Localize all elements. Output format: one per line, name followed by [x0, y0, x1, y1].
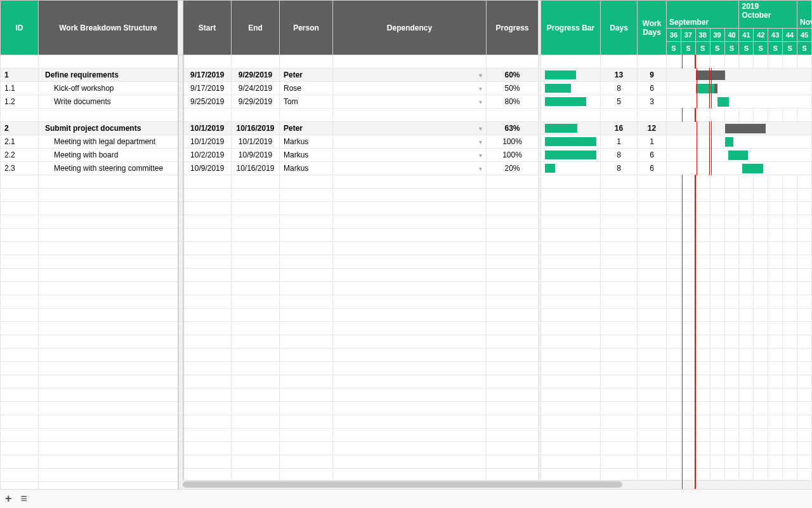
cell-id[interactable]: 1: [1, 69, 39, 82]
gantt-bar[interactable]: [714, 70, 725, 80]
cell-workdays[interactable]: 1: [638, 135, 667, 149]
cell-dependency[interactable]: ▾: [333, 162, 487, 175]
cell-start[interactable]: 9/17/2019: [183, 82, 232, 95]
cell-progress-bar[interactable]: [541, 69, 601, 82]
table-row[interactable]: 2.3Meeting with steering committee10/9/2…: [1, 162, 812, 175]
cell-wbs[interactable]: Submit project documents: [39, 122, 178, 135]
cell-start[interactable]: 9/25/2019: [183, 95, 232, 109]
table-row[interactable]: 2Submit project documents10/1/201910/16/…: [1, 122, 812, 135]
cell-dependency[interactable]: ▾: [333, 69, 487, 82]
cell-person[interactable]: Markus: [280, 162, 333, 175]
dropdown-icon[interactable]: ▾: [479, 85, 482, 92]
cell-end[interactable]: 10/16/2019: [232, 162, 280, 175]
col-person[interactable]: Person: [280, 1, 333, 55]
dropdown-icon[interactable]: ▾: [479, 72, 482, 79]
col-work-days[interactable]: Work Days: [638, 1, 667, 55]
cell-workdays[interactable]: 6: [638, 162, 667, 175]
gantt-bar[interactable]: [742, 164, 763, 173]
cell-wbs[interactable]: Write documents: [39, 95, 178, 109]
cell-progress-bar[interactable]: [541, 82, 601, 95]
cell-days[interactable]: 16: [601, 122, 638, 135]
cell-days[interactable]: 5: [601, 95, 638, 109]
cell-days[interactable]: 8: [601, 149, 638, 162]
gantt-bar[interactable]: [725, 124, 754, 133]
cell-dependency[interactable]: ▾: [333, 95, 487, 109]
table-row-empty[interactable]: [1, 322, 812, 335]
table-row-empty[interactable]: [1, 189, 812, 202]
horizontal-scrollbar[interactable]: [183, 480, 811, 489]
cell-end[interactable]: 10/9/2019: [232, 149, 280, 162]
cell-wbs[interactable]: Meeting with legal department: [39, 135, 178, 149]
table-row[interactable]: 2.1Meeting with legal department10/1/201…: [1, 135, 812, 149]
cell-id[interactable]: 2.2: [1, 149, 39, 162]
table-row-empty[interactable]: [1, 402, 812, 415]
cell-id[interactable]: 1.2: [1, 95, 39, 109]
cell-id[interactable]: 2.3: [1, 162, 39, 175]
cell-start[interactable]: 10/1/2019: [183, 135, 232, 149]
table-row-empty[interactable]: [1, 349, 812, 362]
all-sheets-button[interactable]: ≡: [21, 492, 28, 505]
table-row-empty[interactable]: [1, 415, 812, 429]
cell-wbs[interactable]: Kick-off workshop: [39, 82, 178, 95]
cell-gap[interactable]: [178, 135, 183, 149]
cell-workdays[interactable]: 9: [638, 69, 667, 82]
cell-gap[interactable]: [178, 149, 183, 162]
cell-days[interactable]: 1: [601, 135, 638, 149]
table-row-empty[interactable]: [1, 335, 812, 349]
table-row-empty[interactable]: [1, 362, 812, 375]
cell-progress[interactable]: 80%: [487, 95, 539, 109]
table-row-empty[interactable]: [1, 282, 812, 295]
dropdown-icon[interactable]: ▾: [479, 165, 482, 172]
cell-progress-bar[interactable]: [541, 162, 601, 175]
table-row-empty[interactable]: [1, 229, 812, 242]
cell-id[interactable]: 1.1: [1, 82, 39, 95]
table-row-empty[interactable]: [1, 202, 812, 215]
cell-person[interactable]: Tom: [280, 95, 333, 109]
cell-workdays[interactable]: 6: [638, 149, 667, 162]
cell-days[interactable]: 8: [601, 82, 638, 95]
table-row[interactable]: 1Define requirements9/17/20199/29/2019Pe…: [1, 69, 812, 82]
cell-gap[interactable]: [178, 122, 183, 135]
cell-progress-bar[interactable]: [541, 135, 601, 149]
cell-wbs[interactable]: Meeting with steering committee: [39, 162, 178, 175]
cell-days[interactable]: 13: [601, 69, 638, 82]
cell-end[interactable]: 9/24/2019: [232, 82, 280, 95]
cell-person[interactable]: Markus: [280, 149, 333, 162]
cell-end[interactable]: 9/29/2019: [232, 69, 280, 82]
cell-dependency[interactable]: ▾: [333, 149, 487, 162]
dropdown-icon[interactable]: ▾: [479, 125, 482, 132]
cell-gap[interactable]: [178, 162, 183, 175]
cell-gap[interactable]: [178, 69, 183, 82]
scrollbar-thumb[interactable]: [183, 481, 622, 488]
cell-start[interactable]: 10/1/2019: [183, 122, 232, 135]
gantt-bar[interactable]: [725, 137, 733, 147]
cell-person[interactable]: Peter: [280, 69, 333, 82]
cell-dependency[interactable]: ▾: [333, 135, 487, 149]
cell-start[interactable]: 9/17/2019: [183, 69, 232, 82]
table-row-empty[interactable]: [1, 175, 812, 189]
col-end[interactable]: End: [232, 1, 280, 55]
table-row[interactable]: 1.2Write documents9/25/20199/29/2019Tom▾…: [1, 95, 812, 109]
cell-start[interactable]: 10/9/2019: [183, 162, 232, 175]
table-row-empty[interactable]: [1, 455, 812, 469]
col-dependency[interactable]: Dependency: [333, 1, 487, 55]
dropdown-icon[interactable]: ▾: [479, 138, 482, 145]
cell-id[interactable]: 2: [1, 122, 39, 135]
cell-progress[interactable]: 63%: [487, 122, 539, 135]
table-row-empty[interactable]: [1, 309, 812, 322]
table-row-empty[interactable]: [1, 429, 812, 442]
cell-progress-bar[interactable]: [541, 149, 601, 162]
table-row[interactable]: 1.1Kick-off workshop9/17/20199/24/2019Ro…: [1, 82, 812, 95]
gantt-bar[interactable]: [754, 124, 766, 133]
cell-progress-bar[interactable]: [541, 95, 601, 109]
cell-wbs[interactable]: Define requirements: [39, 69, 178, 82]
col-wbs[interactable]: Work Breakdown Structure: [39, 1, 178, 55]
table-row-empty[interactable]: [1, 242, 812, 255]
cell-dependency[interactable]: ▾: [333, 122, 487, 135]
col-days[interactable]: Days: [601, 1, 638, 55]
cell-workdays[interactable]: 3: [638, 95, 667, 109]
cell-progress-bar[interactable]: [541, 122, 601, 135]
table-row-empty[interactable]: [1, 295, 812, 309]
dropdown-icon[interactable]: ▾: [479, 98, 482, 105]
cell-gap[interactable]: [178, 82, 183, 95]
